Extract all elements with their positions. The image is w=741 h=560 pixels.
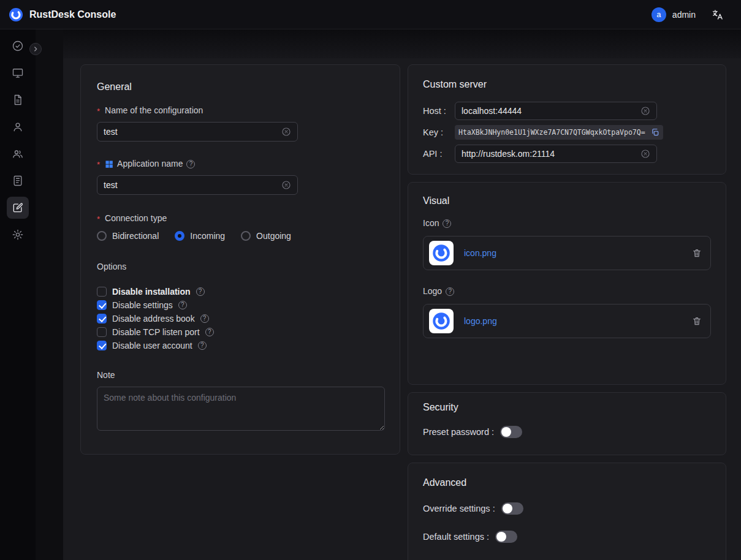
- radio-incoming[interactable]: Incoming: [175, 231, 225, 241]
- sidebar-item-configurations[interactable]: [7, 197, 29, 219]
- checkbox-control[interactable]: [97, 327, 107, 337]
- host-row: Host :: [423, 102, 711, 120]
- brand: RustDesk Console: [9, 7, 116, 22]
- app-name-input[interactable]: [104, 180, 276, 190]
- icon-label: Icon: [423, 218, 711, 229]
- language-icon[interactable]: [712, 9, 724, 21]
- host-input[interactable]: [462, 106, 636, 116]
- config-name-label-text: Name of the configuration: [105, 105, 203, 116]
- note-textarea[interactable]: [97, 387, 385, 431]
- rustdesk-logo-icon: [9, 7, 23, 22]
- logo-upload-box: logo.png: [423, 304, 711, 338]
- option-disable-address-book[interactable]: Disable address book: [97, 314, 384, 324]
- icon-upload-box: icon.png: [423, 236, 711, 270]
- security-title: Security: [423, 401, 711, 414]
- radio-control[interactable]: [175, 231, 184, 241]
- key-label: Key :: [423, 127, 455, 137]
- config-name-field: [97, 122, 298, 142]
- override-settings-row: Override settings :: [423, 500, 711, 517]
- sidebar-item-groups[interactable]: [7, 143, 29, 165]
- logo-label: Logo: [423, 286, 711, 297]
- edit-icon: [12, 202, 24, 214]
- api-input[interactable]: [462, 149, 636, 159]
- clear-icon[interactable]: [640, 149, 650, 159]
- help-icon[interactable]: [205, 328, 214, 336]
- clear-icon[interactable]: [281, 180, 291, 190]
- checkbox-control[interactable]: [97, 287, 107, 297]
- icon-preview: [429, 241, 454, 265]
- logo-label-text: Logo: [423, 286, 442, 297]
- left-column: General Name of the configuration: [80, 64, 400, 455]
- option-label: Disable address book: [112, 314, 195, 324]
- monitor-icon: [12, 67, 24, 79]
- radio-control[interactable]: [241, 231, 251, 241]
- security-card: Security Preset password :: [408, 392, 726, 455]
- app-name-label-text: Application name: [117, 159, 183, 169]
- delete-icon[interactable]: [692, 248, 702, 258]
- sidebar-item-users[interactable]: [7, 116, 29, 138]
- app-name-label: Application name: [97, 159, 384, 169]
- preset-password-row: Preset password :: [423, 423, 711, 441]
- circle-check-icon: [12, 40, 24, 52]
- option-label: Disable installation: [112, 287, 191, 297]
- help-icon[interactable]: [186, 160, 195, 168]
- user-menu[interactable]: a admin: [652, 7, 696, 22]
- connection-type-group: Bidirectional Incoming Outgoing: [97, 231, 384, 241]
- sidebar-item-audit-logs[interactable]: [7, 170, 29, 192]
- right-column: Custom server Host :: [408, 64, 726, 560]
- help-icon[interactable]: [196, 287, 205, 296]
- logo-file-link[interactable]: logo.png: [464, 316, 497, 326]
- topbar: RustDesk Console a admin: [0, 0, 741, 29]
- advanced-title: Advanced: [423, 477, 711, 489]
- help-icon[interactable]: [443, 219, 451, 228]
- connection-type-label-text: Connection type: [105, 213, 167, 224]
- radio-outgoing[interactable]: Outgoing: [241, 231, 291, 241]
- app-title: RustDesk Console: [29, 9, 116, 20]
- option-disable-tcp-listen-port[interactable]: Disable TCP listen port: [97, 327, 384, 337]
- sidebar-item-dashboard[interactable]: [7, 35, 29, 57]
- option-disable-installation[interactable]: Disable installation: [97, 287, 384, 297]
- preset-password-toggle[interactable]: [500, 426, 522, 438]
- toggle-knob: [496, 532, 506, 542]
- radio-label: Incoming: [190, 231, 225, 241]
- radio-control[interactable]: [97, 231, 107, 241]
- delete-icon[interactable]: [692, 316, 702, 326]
- help-icon[interactable]: [198, 341, 207, 350]
- config-name-input[interactable]: [104, 127, 276, 137]
- option-disable-settings[interactable]: Disable settings: [97, 300, 384, 310]
- toggle-knob: [501, 427, 511, 437]
- help-icon[interactable]: [200, 314, 209, 323]
- toggle-knob: [503, 504, 512, 513]
- avatar[interactable]: a: [652, 7, 666, 22]
- override-settings-label: Override settings :: [423, 504, 495, 513]
- sidebar-item-devices[interactable]: [7, 62, 29, 84]
- icon-file-link[interactable]: icon.png: [464, 248, 496, 258]
- clear-icon[interactable]: [640, 106, 650, 116]
- radio-label: Bidirectional: [112, 231, 159, 241]
- sidebar-item-settings[interactable]: [7, 224, 29, 246]
- radio-label: Outgoing: [256, 231, 291, 241]
- checkbox-control[interactable]: [97, 341, 107, 350]
- help-icon[interactable]: [178, 301, 187, 309]
- content: General Name of the configuration: [63, 58, 741, 560]
- clear-icon[interactable]: [281, 127, 291, 137]
- override-settings-toggle[interactable]: [501, 502, 523, 515]
- option-label: Disable user account: [112, 341, 192, 350]
- key-row: Key : HtaXBkJNHyn0e1U1jWXze7A7CN7QTGWqxk…: [423, 125, 711, 140]
- option-disable-user-account[interactable]: Disable user account: [97, 341, 384, 350]
- help-icon[interactable]: [446, 287, 454, 296]
- note-label-text: Note: [97, 370, 115, 380]
- config-name-label: Name of the configuration: [97, 105, 384, 116]
- checkbox-control[interactable]: [97, 314, 107, 324]
- copy-icon[interactable]: [651, 128, 659, 137]
- api-row: API :: [423, 145, 711, 163]
- checkbox-control[interactable]: [97, 300, 107, 310]
- sidebar-expand-button[interactable]: [29, 43, 42, 55]
- sidebar-item-documents[interactable]: [7, 89, 29, 111]
- logo-preview: [429, 309, 454, 333]
- options-list: Disable installation Disable settings Di…: [97, 287, 384, 350]
- option-label: Disable TCP listen port: [112, 327, 200, 337]
- custom-server-title: Custom server: [423, 78, 711, 91]
- radio-bidirectional[interactable]: Bidirectional: [97, 231, 159, 241]
- default-settings-toggle[interactable]: [495, 531, 517, 543]
